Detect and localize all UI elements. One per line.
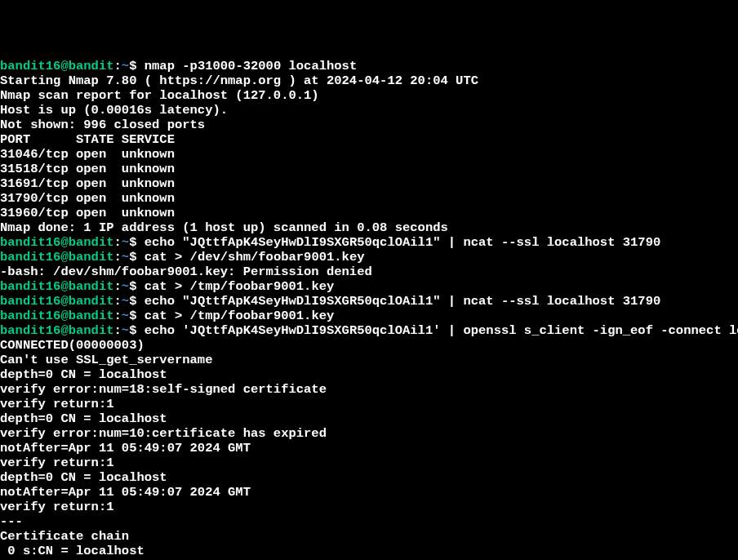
command: echo "JQttfApK4SeyHwDlI9SXGR50qclOAil1" … (144, 235, 661, 250)
prompt-line: bandit16@bandit:~$ echo 'JQttfApK4SeyHwD… (0, 323, 738, 338)
path: ~ (122, 235, 129, 250)
output-line: depth=0 CN = localhost (0, 411, 738, 426)
user-host: bandit16@bandit (0, 235, 114, 250)
output-line: -bash: /dev/shm/foobar9001.key: Permissi… (0, 264, 738, 279)
output-line: verify return:1 (0, 397, 738, 411)
prompt-line: bandit16@bandit:~$ cat > /tmp/foobar9001… (0, 279, 738, 294)
user-host: bandit16@bandit (0, 59, 114, 73)
output-line: Host is up (0.00016s latency). (0, 103, 738, 118)
output-line: --- (0, 514, 738, 529)
user-host: bandit16@bandit (0, 279, 114, 294)
path: ~ (122, 279, 129, 294)
path: ~ (122, 309, 129, 323)
path: ~ (122, 250, 129, 264)
output-line: Nmap scan report for localhost (127.0.0.… (0, 88, 738, 103)
output-line: Starting Nmap 7.80 ( https://nmap.org ) … (0, 73, 738, 88)
output-line: Not shown: 996 closed ports (0, 118, 738, 132)
output-line: notAfter=Apr 11 05:49:07 2024 GMT (0, 485, 738, 500)
prompt-line: bandit16@bandit:~$ echo "JQttfApK4SeyHwD… (0, 294, 738, 309)
command: echo "JQttfApK4SeyHwDlI9SXGR50qclOAil1" … (144, 294, 661, 309)
output-line: notAfter=Apr 11 05:49:07 2024 GMT (0, 441, 738, 456)
output-line: 31691/tcp open unknown (0, 176, 738, 191)
path: ~ (122, 59, 129, 73)
output-line: Nmap done: 1 IP address (1 host up) scan… (0, 220, 738, 235)
user-host: bandit16@bandit (0, 294, 114, 309)
user-host: bandit16@bandit (0, 309, 114, 323)
command: cat > /tmp/foobar9001.key (144, 309, 335, 323)
command: cat > /tmp/foobar9001.key (144, 279, 335, 294)
prompt-line: bandit16@bandit:~$ cat > /tmp/foobar9001… (0, 309, 738, 323)
path: ~ (122, 294, 129, 309)
prompt-line: bandit16@bandit:~$ echo "JQttfApK4SeyHwD… (0, 235, 738, 250)
output-line: verify error:num=18:self-signed certific… (0, 382, 738, 397)
output-line: PORT STATE SERVICE (0, 132, 738, 147)
output-line: Certificate chain (0, 529, 738, 544)
output-line: 31518/tcp open unknown (0, 162, 738, 176)
output-line: 31960/tcp open unknown (0, 206, 738, 220)
command: cat > /dev/shm/foobar9001.key (144, 250, 365, 264)
terminal-output[interactable]: bandit16@bandit:~$ nmap -p31000-32000 lo… (0, 59, 738, 560)
prompt-line: bandit16@bandit:~$ nmap -p31000-32000 lo… (0, 59, 738, 73)
output-line: verify return:1 (0, 456, 738, 470)
user-host: bandit16@bandit (0, 323, 114, 338)
command: nmap -p31000-32000 localhost (144, 59, 357, 73)
output-line: verify return:1 (0, 500, 738, 514)
output-line: verify error:num=10:certificate has expi… (0, 426, 738, 441)
output-line: 31790/tcp open unknown (0, 191, 738, 206)
path: ~ (122, 323, 129, 338)
prompt-line: bandit16@bandit:~$ cat > /dev/shm/foobar… (0, 250, 738, 264)
output-line: depth=0 CN = localhost (0, 470, 738, 485)
user-host: bandit16@bandit (0, 250, 114, 264)
output-line: Can't use SSL_get_servername (0, 353, 738, 367)
output-line: CONNECTED(00000003) (0, 338, 738, 353)
output-line: depth=0 CN = localhost (0, 367, 738, 382)
output-line: 31046/tcp open unknown (0, 147, 738, 162)
output-line: 0 s:CN = localhost (0, 544, 738, 558)
command: echo 'JQttfApK4SeyHwDlI9SXGR50qclOAil1' … (144, 323, 738, 338)
